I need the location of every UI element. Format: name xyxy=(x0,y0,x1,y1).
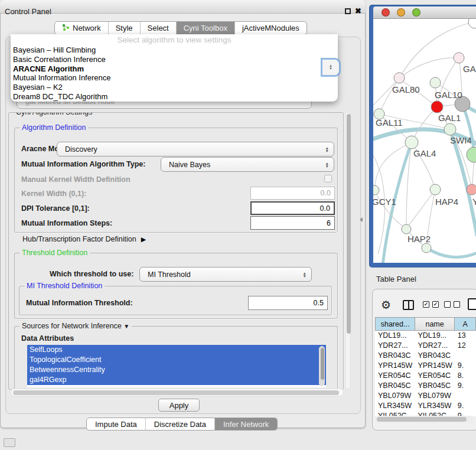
control-panel-titlebar[interactable] xyxy=(0,0,366,14)
mi-steps-field[interactable]: 6 xyxy=(250,216,335,230)
kernel-width-field[interactable]: 0.0 xyxy=(250,187,335,200)
which-threshold-combo[interactable]: MI Threshold ▲▼ xyxy=(139,267,312,282)
table-cell: YLR345W xyxy=(375,401,415,411)
select-all-checks-button[interactable]: ✓ ✓ xyxy=(423,301,439,308)
combo-down-arrow-icon: ▼ xyxy=(329,67,332,70)
settings-scroll-thumb[interactable] xyxy=(347,114,351,334)
table-row[interactable]: YER054CYER054C8. xyxy=(375,371,476,381)
close-icon[interactable]: ✖ xyxy=(355,6,361,15)
kernel-width-value: 0.0 xyxy=(321,189,331,197)
splitter-collapse-icon[interactable] xyxy=(360,217,363,222)
settings-vertical-scrollbar[interactable] xyxy=(345,112,351,390)
network-node[interactable] xyxy=(394,73,405,83)
node-label: SWI4 xyxy=(450,135,472,145)
inference-algorithm-combo-focused[interactable]: ▲ ▼ xyxy=(322,60,339,75)
manual-kernel-checkbox[interactable] xyxy=(324,175,332,182)
minimize-traffic-light[interactable] xyxy=(397,8,405,17)
combo-arrows-icon: ▲▼ xyxy=(325,142,329,156)
network-node[interactable] xyxy=(468,19,476,28)
table-row[interactable]: YPR145WYPR145W9. xyxy=(375,361,476,371)
table-column-header[interactable]: name xyxy=(415,318,455,331)
network-node[interactable] xyxy=(422,243,431,253)
network-canvas[interactable]: GALGAL80GAL10GAL1GAL11SWI4GAL4GCY1HAP4YH… xyxy=(373,19,476,263)
network-node[interactable] xyxy=(430,184,441,195)
network-edge[interactable] xyxy=(426,248,476,257)
attribute-list-item[interactable]: TopologicalCoefficient xyxy=(27,355,326,365)
network-node[interactable] xyxy=(430,77,441,88)
network-node[interactable] xyxy=(405,136,418,149)
sources-title-text: Sources for Network Inference xyxy=(22,322,122,330)
table-cell: YBL079W xyxy=(375,391,415,401)
tab-impute-data[interactable]: Impute Data xyxy=(87,418,146,430)
deselect-all-checks-button[interactable] xyxy=(444,301,460,308)
tab-impute-data-label: Impute Data xyxy=(95,420,137,429)
export-table-icon[interactable] xyxy=(468,298,476,310)
data-attributes-list[interactable]: SelfLoopsTopologicalCoefficientBetweenne… xyxy=(27,345,326,387)
table-cell: YLR345W xyxy=(415,401,454,411)
algorithm-option[interactable]: Basic Correlation Inference xyxy=(12,55,337,64)
table-row[interactable]: YBL079WYBL079W xyxy=(375,391,476,401)
table-column-header[interactable]: A xyxy=(455,318,476,331)
table-hscroll-thumb[interactable] xyxy=(377,417,467,422)
network-node[interactable] xyxy=(373,185,379,195)
algorithm-option[interactable]: Bayesian – K2 xyxy=(12,83,337,92)
network-node[interactable] xyxy=(444,123,456,135)
node-table: shared...nameA YDL19...YDL19...13YDR27..… xyxy=(375,317,476,416)
settings-horizontal-scrollbar[interactable] xyxy=(11,389,344,396)
table-row[interactable]: YDL19...YDL19...13 xyxy=(375,331,476,341)
attribute-list-item[interactable]: gal4RGexp xyxy=(27,375,326,385)
table-cell: 9. xyxy=(455,361,476,371)
network-node[interactable] xyxy=(431,101,443,113)
network-edge[interactable] xyxy=(374,142,412,190)
tab-jactivemnodules[interactable]: jActiveMNodules xyxy=(235,22,307,34)
table-horizontal-scrollbar[interactable] xyxy=(376,416,475,423)
mi-threshold-field[interactable]: 0.5 xyxy=(248,296,328,310)
algorithm-option[interactable]: ARACNE Algorithm xyxy=(12,64,337,74)
network-node[interactable] xyxy=(402,224,411,234)
algorithm-option[interactable]: Bayesian – Hill Climbing xyxy=(12,45,337,55)
table-row[interactable]: YBR043CYBR043C xyxy=(375,351,476,361)
network-edge[interactable] xyxy=(399,58,459,79)
dpi-tolerance-value: 0.0 xyxy=(320,204,330,213)
network-node[interactable] xyxy=(467,184,476,195)
network-node[interactable] xyxy=(454,53,464,63)
algorithm-option[interactable]: Dream8 DC_TDC Algorithm xyxy=(12,92,337,102)
settings-hscroll-thumb[interactable] xyxy=(13,390,339,395)
table-cell: 12 xyxy=(455,341,476,351)
table-row[interactable]: YDR27...YDR27...12 xyxy=(375,341,476,351)
table-cell: YDL19... xyxy=(415,331,454,341)
algorithm-option[interactable]: Mutual Information Inference xyxy=(12,73,337,83)
dpi-tolerance-field[interactable]: 0.0 xyxy=(250,201,335,215)
sources-group-title[interactable]: Sources for Network Inference ▼ xyxy=(19,322,132,330)
threshold-definition-title: Threshold Definition xyxy=(19,249,90,257)
table-row[interactable]: YBR045CYBR045C9. xyxy=(375,381,476,391)
columns-icon[interactable] xyxy=(403,300,414,310)
node-label: GAL10 xyxy=(435,90,462,100)
hub-definition-expander[interactable]: Hub/Transcription Factor Definition ▶ xyxy=(22,235,146,243)
attribute-list-item[interactable]: SelfLoops xyxy=(27,345,326,355)
network-node[interactable] xyxy=(467,147,476,162)
attributes-scrollbar[interactable] xyxy=(319,346,325,386)
tab-discretize-data[interactable]: Discretize Data xyxy=(146,418,215,430)
collapsed-panel-button[interactable] xyxy=(4,438,15,447)
table-cell: YBR045C xyxy=(415,381,454,391)
table-column-header[interactable]: shared... xyxy=(376,318,415,331)
aracne-mode-combo[interactable]: Discovery ▲▼ xyxy=(57,142,334,156)
close-traffic-light[interactable] xyxy=(382,8,390,17)
apply-button[interactable]: Apply xyxy=(158,399,200,412)
table-row[interactable]: YLR345WYLR345W9. xyxy=(375,401,476,411)
table-cell: 9. xyxy=(455,381,476,391)
float-window-icon[interactable] xyxy=(345,8,351,14)
attribute-list-item[interactable]: BetweennessCentrality xyxy=(27,365,326,375)
network-window-titlebar[interactable] xyxy=(373,6,476,19)
network-edge[interactable] xyxy=(406,190,435,229)
tab-cyni-toolbox[interactable]: Cyni Toolbox xyxy=(177,22,235,34)
tab-infer-network[interactable]: Infer Network xyxy=(215,418,277,430)
gear-icon[interactable]: ⚙ xyxy=(381,298,391,312)
tab-style[interactable]: Style xyxy=(109,22,141,34)
tab-network-label: Network xyxy=(73,24,101,32)
zoom-traffic-light[interactable] xyxy=(412,8,420,17)
mi-type-combo[interactable]: Naive Bayes ▲▼ xyxy=(161,157,334,172)
tab-network[interactable]: Network xyxy=(55,22,109,34)
tab-select[interactable]: Select xyxy=(141,22,177,34)
